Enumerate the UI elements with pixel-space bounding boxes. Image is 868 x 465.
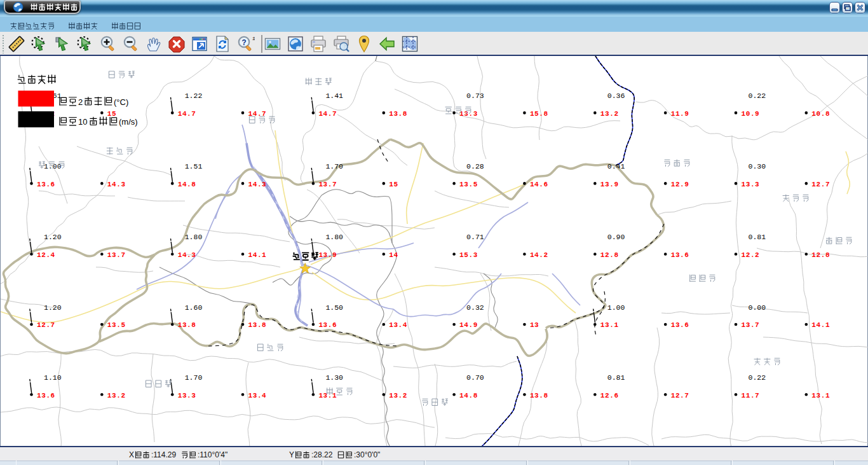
svg-text:1.51: 1.51 [185,162,203,170]
svg-text:10: 10 [78,117,87,127]
svg-text:0.32: 0.32 [466,303,484,312]
svg-text:12.8: 12.8 [811,251,830,259]
svg-text:13.3: 13.3 [459,110,478,118]
svg-text:0.30: 0.30 [749,162,766,170]
svg-text:1.60: 1.60 [185,303,203,312]
svg-text:1.10: 1.10 [44,373,62,382]
svg-text:1.20: 1.20 [44,233,62,241]
svg-text:13.5: 13.5 [107,321,126,329]
svg-text:13.7: 13.7 [107,251,126,259]
svg-text:13.1: 13.1 [600,321,619,329]
svg-text:(m/s): (m/s) [119,117,138,127]
svg-text:15.3: 15.3 [459,251,478,259]
svg-text:1.22: 1.22 [185,92,203,100]
svg-text:12.4: 12.4 [37,251,55,259]
svg-text:0.22: 0.22 [749,92,766,100]
svg-text:14.3: 14.3 [107,181,126,188]
svg-text:14.8: 14.8 [178,181,196,188]
svg-text:1.80: 1.80 [325,233,343,241]
svg-text:0.90: 0.90 [607,233,625,241]
svg-text:2: 2 [78,97,83,107]
svg-text:13.6: 13.6 [37,181,55,188]
svg-text:14: 14 [389,251,398,259]
svg-text:13.3: 13.3 [742,181,760,188]
svg-text:14.9: 14.9 [459,321,478,329]
svg-text:0.36: 0.36 [607,92,625,100]
svg-text:0.22: 0.22 [749,373,766,382]
svg-text:13.1: 13.1 [318,392,337,399]
svg-text:0.81: 0.81 [607,373,625,382]
svg-text:1.80: 1.80 [185,233,203,241]
svg-text:1.70: 1.70 [185,373,203,382]
svg-text:12.6: 12.6 [600,392,619,399]
svg-text:10.8: 10.8 [811,110,830,118]
svg-text::30°0'0": :30°0'0" [354,450,380,459]
svg-text:14.3: 14.3 [178,251,196,259]
svg-text:11.9: 11.9 [671,110,689,118]
svg-text:0.70: 0.70 [466,373,484,382]
svg-text:1.50: 1.50 [325,303,343,312]
svg-text:12.8: 12.8 [600,251,619,259]
svg-text:13.6: 13.6 [37,392,55,399]
svg-text:13.3: 13.3 [178,392,196,399]
svg-text:13.7: 13.7 [742,321,760,329]
svg-text:12.7: 12.7 [37,321,55,329]
svg-text:1.41: 1.41 [325,92,343,100]
svg-text:12.7: 12.7 [671,392,689,399]
svg-text:11.7: 11.7 [742,392,760,399]
svg-text:14.1: 14.1 [811,321,830,329]
svg-text:0.73: 0.73 [466,92,484,100]
svg-text:13.8: 13.8 [248,321,267,329]
svg-text:0.71: 0.71 [466,233,484,241]
svg-text:12.7: 12.7 [811,181,830,188]
svg-text:0.41: 0.41 [607,162,625,170]
svg-text:13.6: 13.6 [318,321,337,329]
svg-text:13.9: 13.9 [600,181,619,188]
svg-text:14.2: 14.2 [530,251,548,259]
svg-text:13.6: 13.6 [671,321,689,329]
svg-text:1.20: 1.20 [44,303,62,312]
svg-text:13.4: 13.4 [389,321,407,329]
svg-text:±: ± [252,36,255,42]
svg-text:1.70: 1.70 [325,162,343,170]
svg-text:1.00: 1.00 [607,303,625,312]
svg-text:14.3: 14.3 [248,181,267,188]
svg-text:15: 15 [107,110,116,118]
svg-text:(°C): (°C) [114,97,128,107]
svg-text:0.81: 0.81 [749,233,766,241]
svg-text::114.29: :114.29 [151,450,176,459]
svg-text:13.2: 13.2 [600,110,619,118]
svg-text:13.8: 13.8 [178,321,196,329]
svg-text:X: X [129,450,134,459]
svg-text:13.6: 13.6 [671,251,689,259]
svg-text:10.9: 10.9 [742,110,760,118]
svg-text::110°0'4": :110°0'4" [198,450,227,459]
svg-text:12.9: 12.9 [671,181,689,188]
svg-text:15.8: 15.8 [530,110,548,118]
svg-text:13: 13 [530,321,539,329]
svg-text:14.7: 14.7 [318,110,337,118]
svg-text:13.5: 13.5 [459,181,478,188]
svg-text:15: 15 [389,181,398,188]
svg-text:13.1: 13.1 [811,392,830,399]
svg-text:14.1: 14.1 [248,251,267,259]
svg-text:13.2: 13.2 [389,392,407,399]
svg-text:0.28: 0.28 [466,162,484,170]
svg-text:14.7: 14.7 [178,110,196,118]
svg-text:14.8: 14.8 [459,392,478,399]
svg-text:13.4: 13.4 [248,392,267,399]
svg-text:0.00: 0.00 [749,303,766,312]
svg-text:13.8: 13.8 [389,110,407,118]
svg-text:Y: Y [289,450,294,459]
svg-text::28.22: :28.22 [311,450,333,459]
svg-text:14.6: 14.6 [530,181,548,188]
svg-text:13.9: 13.9 [318,251,337,259]
svg-text:12.2: 12.2 [742,251,760,259]
svg-text:13.2: 13.2 [107,392,126,399]
svg-text:1.30: 1.30 [325,373,343,382]
svg-text:13.7: 13.7 [318,181,337,188]
svg-text:?: ? [241,39,246,48]
svg-text:13.8: 13.8 [530,392,548,399]
